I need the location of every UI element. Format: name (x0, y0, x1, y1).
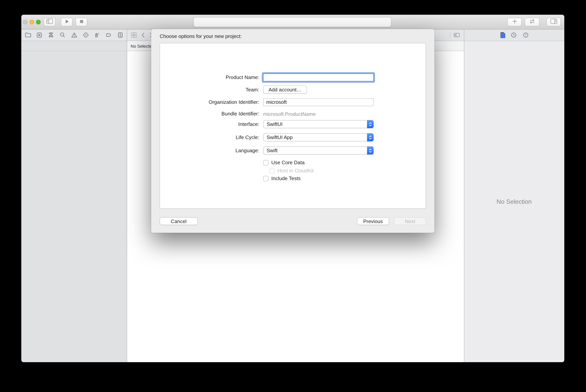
use-core-data-checkbox[interactable]: Use Core Data (263, 160, 305, 166)
navigator-tab-debug[interactable] (93, 32, 101, 39)
new-project-options-dialog: Choose options for your new project: Pro… (151, 29, 434, 233)
editor-bar-separator (450, 32, 450, 38)
cancel-button[interactable]: Cancel (160, 217, 198, 225)
include-tests-checkbox[interactable]: Include Tests (263, 176, 301, 181)
bundle-identifier-value: microsoft.ProductName (263, 111, 316, 117)
host-in-cloudkit-checkbox: Host in CloudKit (269, 168, 314, 174)
history-inspector-tab[interactable] (510, 32, 517, 39)
navigator-tab-symbols[interactable] (47, 32, 55, 39)
navigator-tab-breakpoints[interactable] (105, 32, 112, 39)
swap-arrows-icon (529, 18, 536, 26)
editor-grid-icon[interactable] (130, 32, 138, 39)
previous-button[interactable]: Previous (357, 217, 389, 225)
chevron-up-down-icon (367, 146, 374, 154)
sidebar-right-icon (550, 18, 557, 26)
run-button[interactable] (61, 18, 73, 26)
navigator-tab-tests[interactable] (82, 32, 90, 39)
interface-select[interactable]: SwiftUI (263, 120, 374, 128)
life-cycle-value: SwiftUI App (267, 134, 293, 140)
inspector-divider[interactable] (464, 30, 464, 362)
interface-label: Interface: (160, 120, 259, 128)
chevron-up-down-icon (367, 133, 374, 142)
screen: ? No Selection No Selection Choose optio… (0, 0, 586, 392)
toolbar-activity-field (193, 17, 391, 27)
organization-identifier-input[interactable]: microsoft (263, 98, 374, 106)
add-button[interactable] (507, 18, 522, 26)
checkbox-icon[interactable] (263, 160, 269, 165)
back-chevron-icon[interactable] (140, 32, 147, 39)
code-review-button[interactable] (525, 18, 539, 26)
navigator-divider[interactable] (127, 30, 127, 362)
team-label: Team: (160, 86, 259, 94)
file-inspector-tab[interactable] (499, 32, 506, 39)
svg-text:?: ? (525, 33, 526, 37)
options-form: Product Name: Team: Add account… Organiz… (160, 43, 426, 209)
navigator-tab-reports[interactable] (117, 32, 124, 39)
interface-value: SwiftUI (267, 121, 283, 127)
navigator-tab-source-control[interactable] (36, 32, 43, 39)
chevron-up-down-icon (367, 120, 374, 128)
zoom-window-button[interactable] (36, 20, 41, 24)
language-label: Language: (160, 147, 259, 154)
inspector-panel: No Selection (464, 41, 564, 362)
include-tests-label: Include Tests (271, 176, 301, 181)
navigator-tab-project[interactable] (25, 32, 32, 39)
checkbox-icon (269, 168, 275, 173)
dialog-title: Choose options for your new project: (160, 33, 242, 39)
titlebar (21, 15, 564, 30)
play-icon (63, 18, 70, 26)
language-select[interactable]: Swift (263, 146, 374, 154)
organization-identifier-label: Organization Identifier: (160, 98, 259, 106)
stop-icon (78, 18, 85, 26)
jump-bar-text: No Selection (127, 44, 155, 48)
checkbox-icon[interactable] (263, 176, 269, 181)
life-cycle-label: Life Cycle: (160, 134, 259, 142)
navigator-tab-issues[interactable] (71, 32, 78, 39)
navigator-sidebar (21, 41, 127, 362)
inspector-empty-text: No Selection (464, 198, 564, 205)
toggle-navigator-button[interactable] (44, 18, 56, 26)
stop-button[interactable] (76, 18, 87, 26)
quick-help-inspector-tab[interactable]: ? (522, 32, 529, 39)
use-core-data-label: Use Core Data (271, 160, 305, 166)
product-name-input[interactable] (263, 74, 374, 81)
host-in-cloudkit-label: Host in CloudKit (278, 168, 314, 174)
add-account-button[interactable]: Add account… (263, 86, 307, 94)
plus-icon (511, 18, 517, 26)
sidebar-left-icon (46, 18, 53, 26)
toggle-inspector-button[interactable] (546, 18, 561, 26)
language-value: Swift (267, 148, 278, 154)
product-name-label: Product Name: (160, 74, 259, 81)
add-editor-icon[interactable] (453, 32, 460, 39)
minimize-window-button[interactable] (30, 20, 34, 24)
life-cycle-select[interactable]: SwiftUI App (263, 133, 374, 142)
navigator-tab-find[interactable] (59, 32, 66, 39)
close-window-button (23, 20, 28, 24)
bundle-identifier-label: Bundle Identifier: (160, 110, 259, 118)
next-button: Next (394, 217, 426, 225)
